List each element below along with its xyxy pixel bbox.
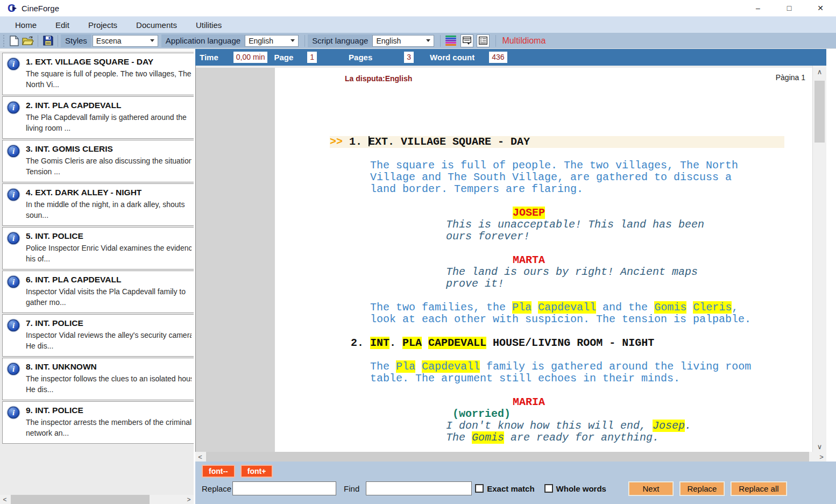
menu-item-home[interactable]: Home [9, 18, 43, 32]
find-input[interactable] [366, 481, 472, 495]
scene-description: He dis... [26, 340, 192, 351]
script-text: and the [596, 301, 654, 314]
form-view-button[interactable] [477, 34, 490, 47]
script-text: . [685, 420, 691, 432]
highlighted-text: PLA [402, 337, 422, 349]
menu-item-utilities[interactable]: Utilities [189, 18, 228, 32]
scroll-up-icon[interactable]: ∧ [813, 68, 826, 76]
scene-card[interactable]: i1. EXT. VILLAGE SQUARE - DAYThe square … [2, 53, 194, 95]
main-column: Time 0,00 min Page 1 Pages 3 Word count … [195, 49, 836, 504]
main-toolbar: Styles Escena Application language Engli… [0, 33, 836, 48]
script-language-value: English [376, 37, 401, 45]
editor-hscroll-track[interactable] [205, 452, 817, 462]
open-document-button[interactable] [21, 34, 35, 47]
editor-vscroll-thumb[interactable] [814, 81, 825, 143]
info-icon: i [8, 232, 19, 244]
highlighted-text: Pla [512, 301, 532, 314]
menu-item-documents[interactable]: Documents [130, 18, 183, 32]
script-lines: >> 1. EXT. VILLAGE SQUARE - DAY The squa… [275, 136, 812, 444]
info-icon: i [8, 102, 19, 113]
document-title: La disputa:English [345, 74, 412, 83]
close-button[interactable]: ✕ [805, 0, 836, 16]
script-line-dialogue: I don't know how this will end, Josep. [446, 420, 812, 432]
replace-input[interactable] [232, 481, 336, 495]
scene-card[interactable]: i7. INT. POLICEInspector Vidal reviews t… [2, 314, 194, 357]
sidebar-hscroll-thumb[interactable] [11, 495, 150, 504]
editor-vscrollbar[interactable]: ∧ ∨ [812, 66, 826, 452]
maximize-button[interactable]: □ [774, 0, 805, 16]
script-text: table. The argument still echoes in thei… [370, 372, 680, 385]
new-document-icon [10, 36, 19, 46]
minimize-button[interactable]: – [742, 0, 774, 16]
find-next-button[interactable]: Next [629, 482, 673, 495]
scene-card[interactable]: i2. INT. PLA CAPDEVALLThe Pla Capdevall … [2, 96, 194, 139]
script-text: EXT. VILLAGE SQUARE - DAY [369, 136, 530, 148]
script-text: I don't know how this will end, [446, 420, 653, 432]
sidebar-hscroll-track[interactable] [10, 495, 184, 504]
scene-card[interactable]: i4. EXT. DARK ALLEY - NIGHTIn the middle… [2, 183, 194, 226]
info-icon: i [8, 407, 19, 418]
script-text: Village and The South Village, are gathe… [370, 171, 732, 183]
page-label: Page [274, 53, 293, 62]
highlighted-text: Capdevall [422, 360, 480, 373]
script-text [415, 360, 422, 373]
sidebar-hscrollbar[interactable]: < > [0, 495, 194, 504]
scroll-right-icon[interactable]: > [817, 453, 826, 461]
replace-label: Replace [202, 484, 231, 493]
script-text: The square is full of people. The two vi… [370, 159, 738, 172]
script-line-paren: (worried) [452, 408, 812, 420]
scene-card[interactable]: i9. INT. POLICEThe inspector arrests the… [2, 401, 194, 444]
scene-card[interactable]: i3. INT. GOMIS CLERISThe Gomis Cleris ar… [2, 140, 194, 182]
scene-description: Police Inspector Enric Vidal examines th… [26, 243, 192, 253]
wordcount-label: Word count [430, 53, 474, 62]
pages-value: 3 [404, 52, 414, 63]
script-view-button[interactable] [460, 34, 473, 47]
toolbar-grip[interactable] [2, 35, 5, 47]
scroll-down-icon[interactable]: ∨ [813, 443, 826, 451]
scene-card[interactable]: i6. INT. PLA CAPDEVALLInspector Vidal vi… [2, 271, 194, 313]
replace-button[interactable]: Replace [680, 482, 724, 495]
scroll-left-icon[interactable]: < [195, 453, 205, 461]
new-document-button[interactable] [7, 34, 21, 47]
scene-card[interactable]: i5. INT. POLICEPolice Inspector Enric Vi… [2, 227, 194, 269]
replace-all-button[interactable]: Replace all [731, 482, 787, 495]
scroll-right-icon[interactable]: > [184, 496, 194, 503]
info-icon: i [8, 58, 19, 70]
styles-select[interactable]: Escena [93, 35, 158, 47]
script-line-blank [275, 243, 812, 254]
info-icon: i [8, 189, 19, 201]
font-decrease-button[interactable]: font-- [202, 465, 235, 478]
script-language-select[interactable]: English [372, 35, 434, 47]
menu-item-projects[interactable]: Projects [82, 18, 124, 32]
script-text: . [389, 337, 402, 349]
editor-hscrollbar[interactable]: < > [195, 452, 826, 462]
script-line-dialogue: This is unacceptable! This land has been [446, 219, 812, 231]
pages-label: Pages [349, 53, 372, 62]
save-icon [43, 36, 53, 46]
menu-item-edit[interactable]: Edit [49, 18, 76, 32]
scene-sidebar: i1. EXT. VILLAGE SQUARE - DAYThe square … [0, 49, 194, 504]
save-button[interactable] [41, 34, 55, 47]
editor-canvas[interactable]: La disputa:English Pàgina 1 >> 1. EXT. V… [196, 66, 812, 452]
script-line-action: look at each other with suspicion. The t… [370, 314, 812, 325]
editor-hscroll-thumb[interactable] [206, 452, 809, 462]
script-text: , [732, 301, 738, 314]
script-text [686, 301, 693, 314]
form-grid-icon [479, 37, 487, 45]
font-increase-button[interactable]: font+ [240, 465, 273, 478]
scroll-left-icon[interactable]: < [0, 496, 10, 503]
script-text: MARIA [513, 396, 545, 408]
language-layers-icon[interactable] [445, 35, 456, 47]
whole-words-checkbox[interactable] [544, 484, 553, 493]
wordcount-value: 436 [489, 52, 507, 63]
script-line-blank [275, 195, 812, 207]
find-replace-panel: font-- font+ Replace Find Exact match Wh… [195, 462, 836, 504]
scene-card[interactable]: i8. INT. UNKNOWNThe inspector follows th… [2, 358, 194, 400]
exact-match-checkbox[interactable] [475, 484, 484, 493]
script-page[interactable]: La disputa:English Pàgina 1 >> 1. EXT. V… [275, 68, 812, 452]
script-line-character: JOSEP [513, 207, 812, 219]
highlighted-text: Pla [396, 360, 415, 373]
script-line-blank [275, 349, 812, 361]
scene-title: 6. INT. PLA CAPDEVALL [26, 275, 192, 285]
application-language-select[interactable]: English [245, 35, 299, 47]
